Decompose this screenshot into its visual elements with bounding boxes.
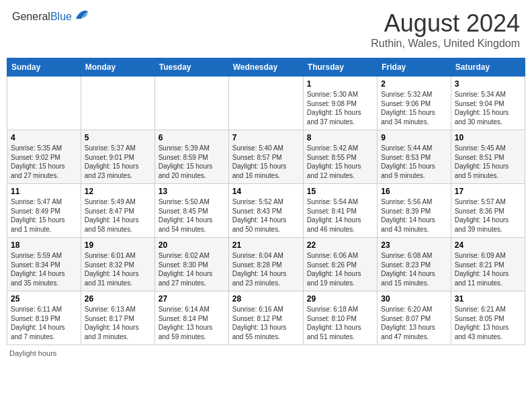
day-number: 16 [381,187,447,196]
day-info: Sunrise: 6:20 AMSunset: 8:07 PMDaylight:… [381,305,447,341]
day-number: 20 [159,240,225,250]
calendar-header-row: SundayMondayTuesdayWednesdayThursdayFrid… [7,58,525,77]
calendar-cell: 17Sunrise: 5:57 AMSunset: 8:36 PMDayligh… [451,184,525,238]
day-info: Sunrise: 6:21 AMSunset: 8:05 PMDaylight:… [455,305,521,341]
day-number: 30 [381,294,447,304]
calendar-week-row: 25Sunrise: 6:11 AMSunset: 8:19 PMDayligh… [7,291,525,345]
logo-general: General [12,11,50,22]
calendar-cell: 8Sunrise: 5:42 AMSunset: 8:55 PMDaylight… [303,130,377,184]
day-info: Sunrise: 5:50 AMSunset: 8:45 PMDaylight:… [159,197,225,234]
calendar-cell: 29Sunrise: 6:18 AMSunset: 8:10 PMDayligh… [303,291,377,345]
day-info: Sunrise: 5:45 AMSunset: 8:51 PMDaylight:… [455,144,521,180]
calendar-cell: 3Sunrise: 5:34 AMSunset: 9:04 PMDaylight… [451,77,525,130]
day-number: 5 [85,133,151,142]
page-header: GeneralBlue August 2024 Ruthin, Wales, U… [7,7,525,52]
day-number: 26 [85,294,151,304]
calendar-day-header: Tuesday [154,58,228,77]
calendar-cell [228,77,303,130]
day-info: Sunrise: 6:13 AMSunset: 8:17 PMDaylight:… [85,305,151,341]
calendar-cell: 19Sunrise: 6:01 AMSunset: 8:32 PMDayligh… [81,238,154,291]
title-block: August 2024 Ruthin, Wales, United Kingdo… [371,9,520,50]
day-info: Sunrise: 5:32 AMSunset: 9:06 PMDaylight:… [381,90,447,126]
calendar-cell: 1Sunrise: 5:30 AMSunset: 9:08 PMDaylight… [303,77,377,130]
day-number: 15 [307,187,373,196]
day-number: 3 [455,79,521,89]
day-info: Sunrise: 5:54 AMSunset: 8:41 PMDaylight:… [307,197,373,234]
calendar-cell: 30Sunrise: 6:20 AMSunset: 8:07 PMDayligh… [378,291,451,345]
day-info: Sunrise: 5:47 AMSunset: 8:49 PMDaylight:… [11,197,77,234]
day-info: Sunrise: 5:40 AMSunset: 8:57 PMDaylight:… [232,144,300,180]
day-info: Sunrise: 6:06 AMSunset: 8:26 PMDaylight:… [307,251,373,287]
calendar-table: SundayMondayTuesdayWednesdayThursdayFrid… [7,58,525,345]
calendar-cell: 20Sunrise: 6:02 AMSunset: 8:30 PMDayligh… [154,238,228,291]
calendar-cell: 9Sunrise: 5:44 AMSunset: 8:53 PMDaylight… [378,130,451,184]
day-info: Sunrise: 6:11 AMSunset: 8:19 PMDaylight:… [11,305,77,341]
day-info: Sunrise: 5:44 AMSunset: 8:53 PMDaylight:… [381,144,447,180]
day-number: 27 [159,294,225,304]
calendar-cell [154,77,228,130]
calendar-cell [7,77,81,130]
day-info: Sunrise: 5:59 AMSunset: 8:34 PMDaylight:… [11,251,77,287]
calendar-cell: 28Sunrise: 6:16 AMSunset: 8:12 PMDayligh… [228,291,303,345]
day-info: Sunrise: 5:30 AMSunset: 9:08 PMDaylight:… [307,90,373,126]
logo-blue: Blue [50,11,72,22]
day-number: 12 [85,187,151,196]
day-number: 2 [381,79,447,89]
day-number: 6 [159,133,225,142]
day-info: Sunrise: 5:39 AMSunset: 8:59 PMDaylight:… [159,144,225,180]
calendar-week-row: 1Sunrise: 5:30 AMSunset: 9:08 PMDaylight… [7,77,525,130]
day-number: 25 [11,294,77,304]
day-number: 14 [232,187,300,196]
daylight-label: Daylight hours [9,349,56,357]
day-number: 4 [11,133,77,142]
month-title: August 2024 [371,9,520,38]
logo-bird-icon [75,9,89,24]
calendar-cell: 13Sunrise: 5:50 AMSunset: 8:45 PMDayligh… [154,184,228,238]
calendar-cell: 31Sunrise: 6:21 AMSunset: 8:05 PMDayligh… [451,291,525,345]
calendar-cell: 4Sunrise: 5:35 AMSunset: 9:02 PMDaylight… [7,130,81,184]
day-info: Sunrise: 5:37 AMSunset: 9:01 PMDaylight:… [85,144,151,180]
calendar-week-row: 4Sunrise: 5:35 AMSunset: 9:02 PMDaylight… [7,130,525,184]
calendar-day-header: Friday [378,58,451,77]
calendar-cell: 6Sunrise: 5:39 AMSunset: 8:59 PMDaylight… [154,130,228,184]
day-info: Sunrise: 6:04 AMSunset: 8:28 PMDaylight:… [232,251,300,287]
calendar-cell: 18Sunrise: 5:59 AMSunset: 8:34 PMDayligh… [7,238,81,291]
calendar-cell: 26Sunrise: 6:13 AMSunset: 8:17 PMDayligh… [81,291,154,345]
calendar-day-header: Wednesday [228,58,303,77]
calendar-day-header: Sunday [7,58,81,77]
calendar-cell [81,77,154,130]
calendar-cell: 5Sunrise: 5:37 AMSunset: 9:01 PMDaylight… [81,130,154,184]
day-info: Sunrise: 5:34 AMSunset: 9:04 PMDaylight:… [455,90,521,126]
calendar-cell: 27Sunrise: 6:14 AMSunset: 8:14 PMDayligh… [154,291,228,345]
day-number: 18 [11,240,77,250]
location: Ruthin, Wales, United Kingdom [371,38,520,50]
day-info: Sunrise: 6:02 AMSunset: 8:30 PMDaylight:… [159,251,225,287]
day-info: Sunrise: 5:56 AMSunset: 8:39 PMDaylight:… [381,197,447,234]
calendar-day-header: Thursday [303,58,377,77]
calendar-week-row: 18Sunrise: 5:59 AMSunset: 8:34 PMDayligh… [7,238,525,291]
day-number: 1 [307,79,373,89]
day-number: 19 [85,240,151,250]
day-number: 24 [455,240,521,250]
day-info: Sunrise: 6:01 AMSunset: 8:32 PMDaylight:… [85,251,151,287]
calendar-cell: 11Sunrise: 5:47 AMSunset: 8:49 PMDayligh… [7,184,81,238]
calendar-day-header: Saturday [451,58,525,77]
calendar-cell: 25Sunrise: 6:11 AMSunset: 8:19 PMDayligh… [7,291,81,345]
calendar-cell: 12Sunrise: 5:49 AMSunset: 8:47 PMDayligh… [81,184,154,238]
calendar-cell: 24Sunrise: 6:09 AMSunset: 8:21 PMDayligh… [451,238,525,291]
day-info: Sunrise: 5:49 AMSunset: 8:47 PMDaylight:… [85,197,151,234]
day-info: Sunrise: 5:42 AMSunset: 8:55 PMDaylight:… [307,144,373,180]
day-number: 10 [455,133,521,142]
calendar-cell: 10Sunrise: 5:45 AMSunset: 8:51 PMDayligh… [451,130,525,184]
calendar-cell: 2Sunrise: 5:32 AMSunset: 9:06 PMDaylight… [378,77,451,130]
day-number: 22 [307,240,373,250]
day-number: 13 [159,187,225,196]
calendar-cell: 14Sunrise: 5:52 AMSunset: 8:43 PMDayligh… [228,184,303,238]
day-info: Sunrise: 6:14 AMSunset: 8:14 PMDaylight:… [159,305,225,341]
day-number: 23 [381,240,447,250]
day-number: 7 [232,133,300,142]
day-info: Sunrise: 6:18 AMSunset: 8:10 PMDaylight:… [307,305,373,341]
day-info: Sunrise: 6:08 AMSunset: 8:23 PMDaylight:… [381,251,447,287]
calendar-cell: 15Sunrise: 5:54 AMSunset: 8:41 PMDayligh… [303,184,377,238]
logo-text: GeneralBlue [12,11,72,23]
